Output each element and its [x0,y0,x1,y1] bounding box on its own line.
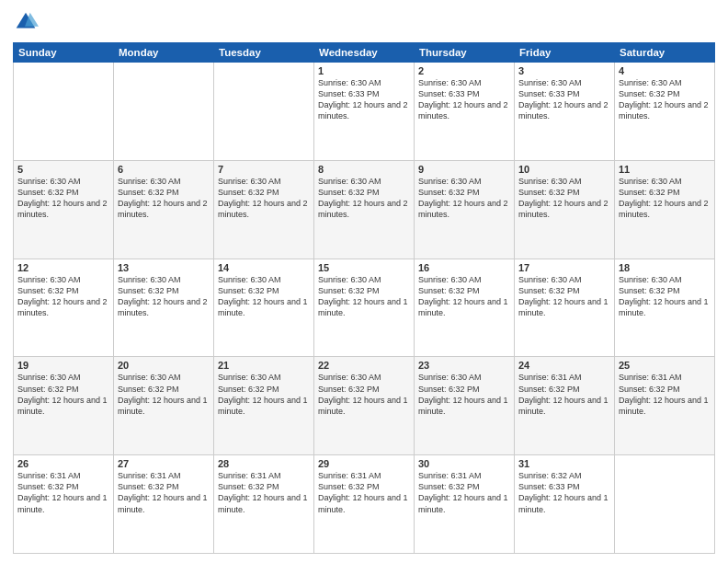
day-cell: 17Sunrise: 6:30 AM Sunset: 6:32 PM Dayli… [515,259,615,357]
day-info: Sunrise: 6:30 AM Sunset: 6:32 PM Dayligh… [118,372,210,417]
day-cell: 18Sunrise: 6:30 AM Sunset: 6:32 PM Dayli… [615,259,715,357]
day-number: 19 [17,360,109,371]
day-number: 24 [518,360,610,371]
day-info: Sunrise: 6:31 AM Sunset: 6:32 PM Dayligh… [118,470,210,515]
day-info: Sunrise: 6:30 AM Sunset: 6:32 PM Dayligh… [318,176,410,221]
day-info: Sunrise: 6:30 AM Sunset: 6:32 PM Dayligh… [218,176,310,221]
day-info: Sunrise: 6:30 AM Sunset: 6:32 PM Dayligh… [17,372,109,417]
day-info: Sunrise: 6:30 AM Sunset: 6:32 PM Dayligh… [218,274,310,319]
day-cell [114,63,214,161]
day-cell [14,63,114,161]
day-info: Sunrise: 6:30 AM Sunset: 6:32 PM Dayligh… [17,274,109,319]
week-row-4: 19Sunrise: 6:30 AM Sunset: 6:32 PM Dayli… [14,357,715,455]
day-info: Sunrise: 6:30 AM Sunset: 6:33 PM Dayligh… [318,77,410,122]
day-number: 9 [418,164,510,175]
day-info: Sunrise: 6:32 AM Sunset: 6:33 PM Dayligh… [518,470,610,515]
day-cell [214,63,314,161]
day-info: Sunrise: 6:30 AM Sunset: 6:32 PM Dayligh… [118,274,210,319]
day-cell: 10Sunrise: 6:30 AM Sunset: 6:32 PM Dayli… [515,160,615,259]
day-info: Sunrise: 6:30 AM Sunset: 6:32 PM Dayligh… [17,176,109,221]
weekday-friday: Friday [515,43,615,63]
day-info: Sunrise: 6:30 AM Sunset: 6:32 PM Dayligh… [418,176,510,221]
day-info: Sunrise: 6:30 AM Sunset: 6:33 PM Dayligh… [418,77,510,122]
calendar: SundayMondayTuesdayWednesdayThursdayFrid… [13,42,715,554]
day-info: Sunrise: 6:30 AM Sunset: 6:32 PM Dayligh… [418,274,510,319]
day-cell: 27Sunrise: 6:31 AM Sunset: 6:32 PM Dayli… [114,455,214,554]
day-info: Sunrise: 6:30 AM Sunset: 6:32 PM Dayligh… [318,372,410,417]
day-cell: 4Sunrise: 6:30 AM Sunset: 6:32 PM Daylig… [615,63,715,161]
logo-icon [13,9,39,35]
day-number: 4 [619,65,711,76]
day-info: Sunrise: 6:30 AM Sunset: 6:32 PM Dayligh… [619,274,711,319]
weekday-thursday: Thursday [415,43,515,63]
weekday-sunday: Sunday [14,43,114,63]
day-number: 7 [218,164,310,175]
day-number: 12 [17,262,109,273]
day-cell: 22Sunrise: 6:30 AM Sunset: 6:32 PM Dayli… [314,357,415,455]
day-cell: 31Sunrise: 6:32 AM Sunset: 6:33 PM Dayli… [515,455,615,554]
day-number: 3 [518,65,610,76]
day-number: 5 [17,164,109,175]
weekday-tuesday: Tuesday [214,43,314,63]
day-info: Sunrise: 6:31 AM Sunset: 6:32 PM Dayligh… [418,470,510,515]
day-number: 14 [218,262,310,273]
day-cell: 16Sunrise: 6:30 AM Sunset: 6:32 PM Dayli… [415,259,515,357]
day-cell: 30Sunrise: 6:31 AM Sunset: 6:32 PM Dayli… [415,455,515,554]
day-info: Sunrise: 6:31 AM Sunset: 6:32 PM Dayligh… [17,470,109,515]
day-info: Sunrise: 6:31 AM Sunset: 6:32 PM Dayligh… [318,470,410,515]
day-number: 13 [118,262,210,273]
day-cell: 13Sunrise: 6:30 AM Sunset: 6:32 PM Dayli… [114,259,214,357]
day-number: 16 [418,262,510,273]
day-info: Sunrise: 6:30 AM Sunset: 6:32 PM Dayligh… [518,274,610,319]
week-row-1: 1Sunrise: 6:30 AM Sunset: 6:33 PM Daylig… [14,63,715,161]
day-number: 15 [318,262,410,273]
day-number: 10 [518,164,610,175]
day-number: 11 [619,164,711,175]
day-cell: 7Sunrise: 6:30 AM Sunset: 6:32 PM Daylig… [214,160,314,259]
day-cell: 23Sunrise: 6:30 AM Sunset: 6:32 PM Dayli… [415,357,515,455]
day-cell: 15Sunrise: 6:30 AM Sunset: 6:32 PM Dayli… [314,259,415,357]
day-number: 21 [218,360,310,371]
day-number: 1 [318,65,410,76]
day-cell: 29Sunrise: 6:31 AM Sunset: 6:32 PM Dayli… [314,455,415,554]
day-cell: 2Sunrise: 6:30 AM Sunset: 6:33 PM Daylig… [415,63,515,161]
day-number: 22 [318,360,410,371]
day-number: 2 [418,65,510,76]
day-number: 27 [118,458,210,469]
day-number: 18 [619,262,711,273]
day-cell: 12Sunrise: 6:30 AM Sunset: 6:32 PM Dayli… [14,259,114,357]
day-cell: 3Sunrise: 6:30 AM Sunset: 6:33 PM Daylig… [515,63,615,161]
weekday-wednesday: Wednesday [314,43,415,63]
day-info: Sunrise: 6:31 AM Sunset: 6:32 PM Dayligh… [619,372,711,417]
header [13,9,715,35]
day-cell: 24Sunrise: 6:31 AM Sunset: 6:32 PM Dayli… [515,357,615,455]
day-cell: 21Sunrise: 6:30 AM Sunset: 6:32 PM Dayli… [214,357,314,455]
day-info: Sunrise: 6:31 AM Sunset: 6:32 PM Dayligh… [218,470,310,515]
day-cell: 9Sunrise: 6:30 AM Sunset: 6:32 PM Daylig… [415,160,515,259]
day-cell: 6Sunrise: 6:30 AM Sunset: 6:32 PM Daylig… [114,160,214,259]
day-info: Sunrise: 6:30 AM Sunset: 6:33 PM Dayligh… [518,77,610,122]
day-number: 6 [118,164,210,175]
day-info: Sunrise: 6:30 AM Sunset: 6:32 PM Dayligh… [218,372,310,417]
day-cell: 14Sunrise: 6:30 AM Sunset: 6:32 PM Dayli… [214,259,314,357]
day-cell: 19Sunrise: 6:30 AM Sunset: 6:32 PM Dayli… [14,357,114,455]
day-info: Sunrise: 6:30 AM Sunset: 6:32 PM Dayligh… [518,176,610,221]
day-cell: 20Sunrise: 6:30 AM Sunset: 6:32 PM Dayli… [114,357,214,455]
logo [13,9,42,35]
day-number: 28 [218,458,310,469]
weekday-header-row: SundayMondayTuesdayWednesdayThursdayFrid… [14,43,715,63]
week-row-3: 12Sunrise: 6:30 AM Sunset: 6:32 PM Dayli… [14,259,715,357]
day-number: 30 [418,458,510,469]
day-cell: 8Sunrise: 6:30 AM Sunset: 6:32 PM Daylig… [314,160,415,259]
day-number: 31 [518,458,610,469]
day-info: Sunrise: 6:30 AM Sunset: 6:32 PM Dayligh… [418,372,510,417]
day-info: Sunrise: 6:30 AM Sunset: 6:32 PM Dayligh… [619,176,711,221]
day-cell: 1Sunrise: 6:30 AM Sunset: 6:33 PM Daylig… [314,63,415,161]
day-number: 29 [318,458,410,469]
day-number: 26 [17,458,109,469]
week-row-5: 26Sunrise: 6:31 AM Sunset: 6:32 PM Dayli… [14,455,715,554]
weekday-saturday: Saturday [615,43,715,63]
weekday-monday: Monday [114,43,214,63]
page: SundayMondayTuesdayWednesdayThursdayFrid… [0,0,728,563]
day-cell: 11Sunrise: 6:30 AM Sunset: 6:32 PM Dayli… [615,160,715,259]
